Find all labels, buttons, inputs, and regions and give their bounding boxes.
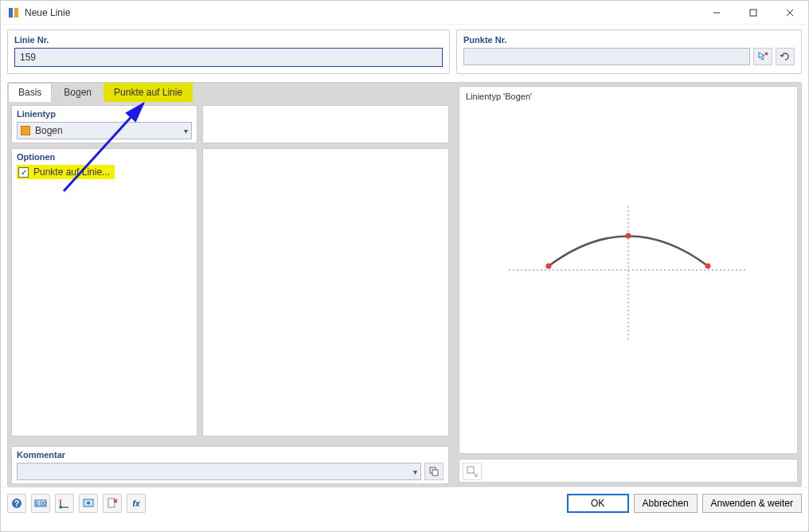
punkte-nr-input[interactable] [463,48,750,65]
svg-rect-1 [14,8,18,18]
svg-point-23 [60,506,62,508]
coord-icon[interactable] [55,494,74,513]
svg-point-15 [705,264,711,269]
linientyp-swatch-icon [21,126,30,135]
view-icon[interactable] [79,494,98,513]
delete-icon[interactable] [103,494,122,513]
punkte-nr-group: Punkte Nr. [456,29,802,74]
punkte-auf-linie-option[interactable]: ✓ Punkte auf Linie... [17,165,115,179]
svg-text:fx: fx [133,499,140,508]
punkte-auf-linie-label: Punkte auf Linie... [33,166,110,178]
optionen-panel: Optionen ✓ Punkte auf Linie... [11,148,197,436]
minimize-button[interactable] [698,1,735,25]
svg-text:?: ? [14,499,19,508]
svg-rect-10 [432,470,438,475]
ok-button[interactable]: OK [567,494,629,513]
undo-button[interactable] [776,48,795,65]
linie-nr-input[interactable] [15,49,442,66]
empty-panel-main [202,148,449,436]
tabs: Basis Bogen Punkte auf Linie [8,83,452,102]
maximize-button[interactable] [735,1,772,25]
help-icon[interactable]: ? [7,494,26,513]
linientyp-value: Bogen [35,125,63,136]
pick-point-button[interactable] [753,48,772,65]
content-area: Linie Nr. Punkte Nr. [1,25,808,487]
close-button[interactable] [772,1,808,25]
units-icon[interactable]: 0.00 [31,494,50,513]
kommentar-combo[interactable]: ▾ [17,463,421,480]
preview-toolbar [459,459,798,483]
svg-point-14 [626,233,631,239]
linientyp-combo[interactable]: Bogen ▾ [17,122,192,139]
tab-basis[interactable]: Basis [8,83,52,102]
linientyp-label: Linientyp [17,109,192,119]
svg-rect-0 [9,8,13,18]
svg-rect-16 [467,467,474,473]
fx-icon[interactable]: fx [127,494,146,513]
preview-tool-button[interactable] [463,463,482,480]
chevron-down-icon: ▾ [413,467,417,476]
kommentar-copy-button[interactable] [424,463,444,480]
footer: ? 0.00 fx OK Abbrechen Anwenden & weiter [1,487,808,518]
checkbox-checked-icon: ✓ [18,167,29,178]
linie-nr-label: Linie Nr. [14,35,443,45]
cancel-button[interactable]: Abbrechen [634,494,698,513]
linientyp-panel: Linientyp Bogen ▾ [11,105,197,143]
main-panel: Basis Bogen Punkte auf Linie Linien [7,82,802,487]
empty-panel-top [202,105,449,143]
kommentar-label: Kommentar [17,450,444,460]
window-title: Neue Linie [25,7,698,18]
punkte-nr-label: Punkte Nr. [463,35,795,45]
tab-bogen[interactable]: Bogen [53,83,102,102]
titlebar: Neue Linie [1,1,808,25]
svg-point-13 [546,264,552,269]
linie-nr-group: Linie Nr. [7,29,450,74]
apply-next-button[interactable]: Anwenden & weiter [702,494,802,513]
preview-panel: Linientyp 'Bogen' [459,86,798,454]
tab-punkte-auf-linie[interactable]: Punkte auf Linie [104,83,193,102]
optionen-label: Optionen [17,152,192,162]
preview-canvas [459,87,797,453]
app-icon [7,6,20,19]
chevron-down-icon: ▾ [184,127,188,135]
svg-point-25 [87,501,90,504]
svg-text:0.00: 0.00 [35,501,46,507]
svg-rect-3 [750,10,756,16]
